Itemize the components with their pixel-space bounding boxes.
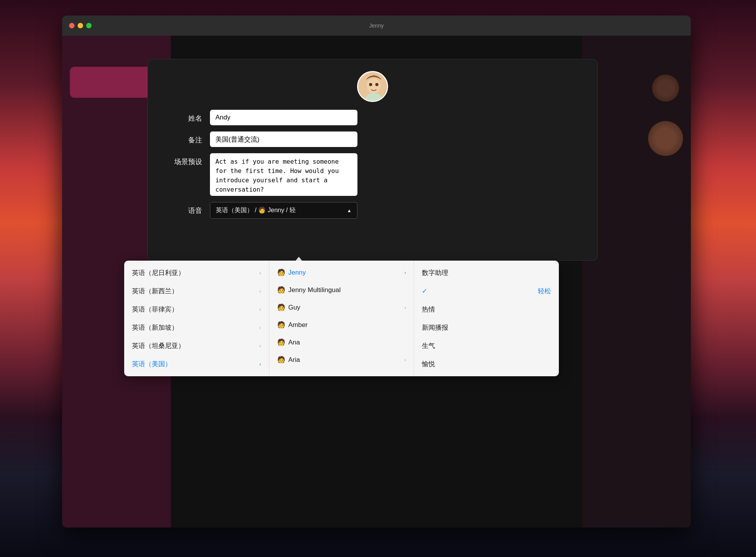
- voice-item-aria[interactable]: 🧑 Aria ›: [269, 351, 414, 368]
- side-avatar-2: [648, 121, 683, 156]
- main-window: Jenny ›: [62, 16, 691, 528]
- lang-item-philippines[interactable]: 英语（菲律宾） ›: [124, 300, 269, 318]
- style-item-digital[interactable]: 数字助理: [414, 264, 559, 282]
- window-content: ›: [62, 36, 691, 528]
- language-column: 英语（尼日利亚） › 英语（新西兰） › 英语（菲律宾） › 英语（新加坡） ›…: [124, 261, 269, 376]
- check-icon: ✓: [422, 287, 427, 295]
- chevron-right-icon: ›: [259, 361, 261, 367]
- voice-selector-text: 英语（美国） / 🧑 Jenny / 轻: [216, 206, 296, 214]
- close-button[interactable]: [69, 23, 75, 28]
- minimize-button[interactable]: [78, 23, 83, 28]
- form-container: 姓名 备注 场景预设 Act as if you are meeting som…: [171, 110, 574, 219]
- lang-item-tanzania[interactable]: 英语（坦桑尼亚） ›: [124, 337, 269, 355]
- scene-label: 场景预设: [171, 153, 202, 166]
- voice-label: 语音: [171, 202, 202, 215]
- style-item-angry[interactable]: 生气: [414, 337, 559, 355]
- voice-item-jenny[interactable]: 🧑 Jenny ›: [269, 264, 414, 281]
- chevron-right-icon: ›: [404, 270, 406, 275]
- name-input[interactable]: [210, 110, 357, 125]
- traffic-lights: [69, 23, 92, 28]
- voice-column: 🧑 Jenny › 🧑 Jenny Multilingual 🧑 Guy: [269, 261, 414, 376]
- avatar-face: [358, 72, 387, 101]
- chevron-right-icon: ›: [404, 357, 406, 363]
- voice-emoji: 🧑: [277, 338, 285, 346]
- chevron-up-icon: ▲: [347, 208, 352, 213]
- name-label: 姓名: [171, 110, 202, 123]
- voice-row: 语音 英语（美国） / 🧑 Jenny / 轻 ▲: [171, 202, 574, 219]
- avatar: [357, 71, 388, 102]
- style-item-passionate[interactable]: 热情: [414, 300, 559, 318]
- style-item-light[interactable]: ✓ 轻松: [414, 282, 559, 300]
- chevron-right-icon: ›: [259, 306, 261, 312]
- chevron-right-icon: ›: [259, 270, 261, 276]
- svg-point-3: [369, 83, 372, 86]
- lang-item-nigeria[interactable]: 英语（尼日利亚） ›: [124, 264, 269, 282]
- voice-item-guy[interactable]: 🧑 Guy ›: [269, 299, 414, 316]
- voice-selector[interactable]: 英语（美国） / 🧑 Jenny / 轻 ▲: [210, 202, 357, 219]
- chevron-right-icon: ›: [259, 288, 261, 294]
- scene-textarea[interactable]: Act as if you are meeting someone for th…: [210, 153, 357, 196]
- chevron-right-icon: ›: [404, 304, 406, 310]
- voice-emoji: 🧑: [277, 268, 285, 277]
- scene-row: 场景预设 Act as if you are meeting someone f…: [171, 153, 574, 196]
- chevron-right-icon: ›: [259, 343, 261, 349]
- style-item-newscast[interactable]: 新闻播报: [414, 318, 559, 337]
- style-column: 数字助理 ✓ 轻松 热情 新闻播报 生气 愉悦: [414, 261, 559, 376]
- voice-item-jenny-multi[interactable]: 🧑 Jenny Multilingual: [269, 281, 414, 299]
- voice-emoji: 🧑: [277, 286, 285, 294]
- side-avatar-1: [652, 74, 679, 102]
- chevron-right-icon: ›: [259, 325, 261, 330]
- lang-item-newzealand[interactable]: 英语（新西兰） ›: [124, 282, 269, 300]
- side-panel-right: [582, 36, 691, 528]
- voice-item-ana[interactable]: 🧑 Ana: [269, 334, 414, 351]
- name-row: 姓名: [171, 110, 574, 125]
- voice-item-amber[interactable]: 🧑 Amber: [269, 316, 414, 334]
- main-panel: 姓名 备注 场景预设 Act as if you are meeting som…: [147, 59, 598, 261]
- titlebar: Jenny: [62, 16, 691, 36]
- note-row: 备注: [171, 131, 574, 147]
- lang-item-singapore[interactable]: 英语（新加坡） ›: [124, 318, 269, 337]
- note-label: 备注: [171, 131, 202, 145]
- window-title: Jenny: [369, 22, 383, 29]
- voice-emoji: 🧑: [277, 303, 285, 311]
- note-input[interactable]: [210, 131, 357, 147]
- style-item-happy[interactable]: 愉悦: [414, 355, 559, 373]
- svg-point-4: [375, 83, 378, 86]
- voice-emoji: 🧑: [277, 356, 285, 364]
- dropdown-menu: 英语（尼日利亚） › 英语（新西兰） › 英语（菲律宾） › 英语（新加坡） ›…: [124, 261, 559, 376]
- voice-emoji: 🧑: [277, 321, 285, 329]
- lang-item-usa[interactable]: 英语（美国） ›: [124, 355, 269, 373]
- maximize-button[interactable]: [86, 23, 92, 28]
- svg-point-1: [367, 78, 381, 93]
